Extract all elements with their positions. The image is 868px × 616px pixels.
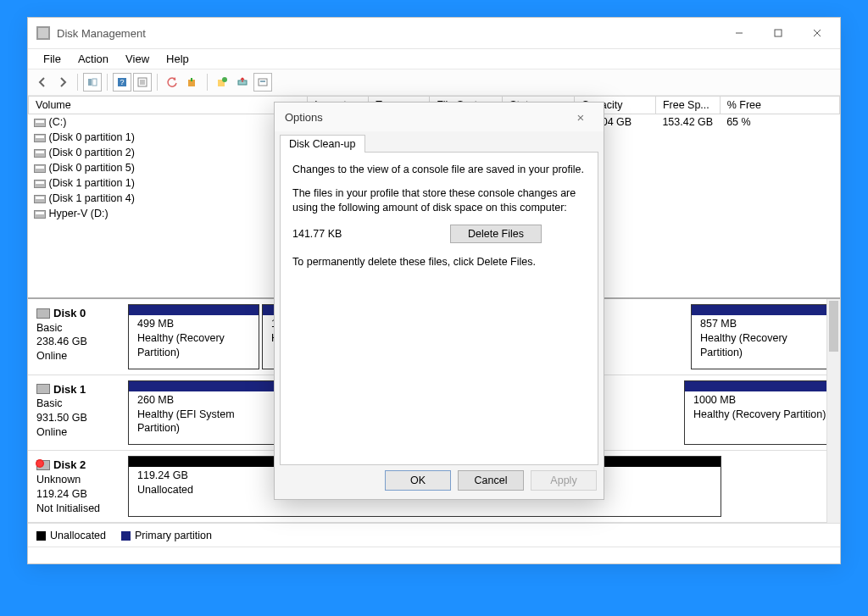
dialog-title: Options bbox=[285, 111, 323, 124]
drive-icon bbox=[34, 164, 46, 173]
tab-body: Changes to the view of a console file ar… bbox=[280, 152, 598, 465]
disk-info[interactable]: Disk 1Basic931.50 GBOnline bbox=[31, 379, 125, 447]
legend: Unallocated Primary partition bbox=[28, 523, 840, 547]
disk-management-window: Disk Management File Action View Help ? … bbox=[27, 17, 841, 564]
new-volume-button[interactable] bbox=[213, 73, 231, 92]
drive-icon bbox=[34, 149, 46, 158]
col-pct[interactable]: % Free bbox=[720, 97, 839, 114]
tab-disk-cleanup[interactable]: Disk Clean-up bbox=[280, 135, 365, 153]
refresh-button[interactable] bbox=[163, 73, 181, 92]
disk-icon bbox=[36, 384, 50, 394]
svg-rect-18 bbox=[260, 80, 265, 82]
svg-point-15 bbox=[222, 77, 227, 82]
svg-rect-4 bbox=[88, 79, 92, 86]
back-button[interactable] bbox=[33, 73, 52, 92]
toolbar: ? bbox=[28, 69, 840, 96]
ok-button[interactable]: OK bbox=[385, 470, 451, 491]
options-dialog: Options × Disk Clean-up Changes to the v… bbox=[274, 102, 604, 500]
settings-button[interactable] bbox=[253, 73, 272, 92]
dialog-close-button[interactable]: × bbox=[568, 110, 593, 125]
disk-icon bbox=[36, 460, 50, 470]
titlebar[interactable]: Disk Management bbox=[28, 18, 840, 48]
statusbar bbox=[28, 547, 840, 563]
svg-rect-5 bbox=[92, 79, 97, 86]
legend-label-unallocated: Unallocated bbox=[50, 530, 106, 541]
partition[interactable]: 1000 MBHealthy (Recovery Partition) bbox=[684, 380, 837, 446]
show-hide-tree-button[interactable] bbox=[83, 73, 102, 92]
drive-icon bbox=[34, 134, 46, 142]
help-button[interactable]: ? bbox=[113, 73, 131, 92]
menubar: File Action View Help bbox=[28, 48, 840, 69]
forward-button[interactable] bbox=[53, 73, 72, 92]
window-title: Disk Management bbox=[57, 27, 146, 40]
drive-icon bbox=[34, 210, 46, 219]
content-area: Volume Layout Type File System Status Ca… bbox=[28, 96, 840, 563]
scrollbar[interactable] bbox=[826, 299, 840, 523]
drive-icon bbox=[34, 195, 46, 203]
cancel-button[interactable]: Cancel bbox=[458, 470, 524, 491]
drive-icon bbox=[34, 180, 46, 188]
cleanup-size: 141.77 KB bbox=[292, 228, 420, 240]
cleanup-text-2: The files in your profile that store the… bbox=[292, 186, 586, 216]
svg-rect-1 bbox=[775, 30, 782, 36]
disk-info[interactable]: Disk 0Basic238.46 GBOnline bbox=[31, 302, 125, 371]
partition[interactable]: 499 MBHealthy (Recovery Partition) bbox=[128, 304, 259, 369]
menu-file[interactable]: File bbox=[35, 51, 70, 67]
partition[interactable]: 260 MBHealthy (EFI System Partition) bbox=[128, 380, 279, 446]
disk-icon bbox=[36, 308, 50, 319]
close-button[interactable] bbox=[798, 20, 837, 46]
cleanup-text-1: Changes to the view of a console file ar… bbox=[292, 163, 586, 178]
delete-files-button[interactable]: Delete Files bbox=[450, 225, 542, 243]
col-volume[interactable]: Volume bbox=[29, 97, 308, 114]
legend-label-primary: Primary partition bbox=[135, 530, 212, 541]
properties-button[interactable] bbox=[133, 73, 152, 92]
attach-vhd-button[interactable] bbox=[233, 73, 252, 92]
minimize-button[interactable] bbox=[720, 20, 759, 46]
dialog-titlebar[interactable]: Options × bbox=[275, 103, 604, 131]
disk-info[interactable]: Disk 2Unknown119.24 GBNot Initialised bbox=[31, 454, 125, 519]
drive-icon bbox=[34, 119, 46, 127]
cleanup-text-3: To permanently delete these files, click… bbox=[292, 255, 586, 270]
maximize-button[interactable] bbox=[759, 20, 798, 46]
legend-swatch-unallocated bbox=[36, 531, 46, 541]
app-icon bbox=[36, 26, 50, 40]
partition[interactable]: 857 MBHealthy (Recovery Partition) bbox=[691, 304, 837, 369]
menu-action[interactable]: Action bbox=[70, 51, 117, 67]
menu-view[interactable]: View bbox=[117, 51, 158, 67]
legend-swatch-primary bbox=[121, 531, 131, 541]
menu-help[interactable]: Help bbox=[158, 51, 198, 67]
apply-button[interactable]: Apply bbox=[531, 470, 597, 491]
col-free[interactable]: Free Sp... bbox=[655, 97, 720, 114]
svg-text:?: ? bbox=[120, 78, 124, 86]
rescan-button[interactable] bbox=[183, 73, 202, 92]
